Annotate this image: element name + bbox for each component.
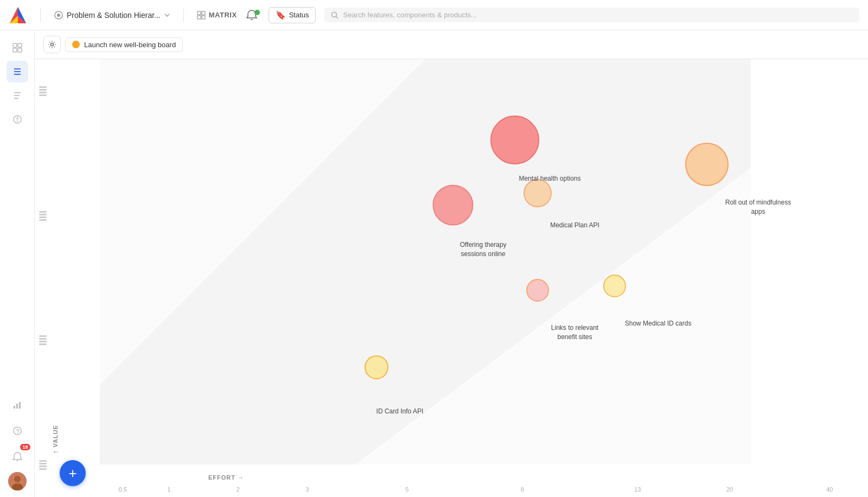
chart-area: ↑ VALUE EFFORT → 0.512358132040 Mental h… [35, 59, 868, 497]
nav-separator [40, 9, 41, 22]
left-sidebar: ? 18 [0, 30, 35, 497]
app-logo [9, 6, 27, 24]
svg-point-34 [51, 43, 54, 46]
svg-rect-12 [13, 43, 17, 47]
nav-separator-2 [183, 9, 184, 22]
svg-rect-5 [197, 11, 201, 15]
add-button[interactable]: + [60, 460, 86, 486]
sidebar-item-compass[interactable] [7, 109, 28, 130]
y-tick [39, 343, 47, 345]
y-tick [39, 92, 47, 93]
search-bar[interactable]: Search features, components & products..… [324, 8, 859, 22]
x-tick-40: 40 [826, 486, 833, 493]
svg-rect-26 [16, 404, 18, 409]
initiative-label: Launch new well-being board [84, 41, 176, 49]
svg-rect-15 [18, 48, 22, 52]
bubble-id-card-api[interactable] [365, 355, 388, 379]
svg-rect-8 [202, 16, 205, 19]
y-tick [39, 460, 47, 462]
y-tick [39, 341, 47, 342]
x-tick-container: 0.512358132040 [100, 464, 868, 497]
x-tick-13: 13 [634, 486, 641, 493]
y-axis-arrow: ↑ [51, 449, 60, 454]
x-axis: EFFORT → 0.512358132040 [100, 464, 868, 497]
x-tick-2: 2 [237, 486, 240, 493]
sidebar-item-roadmap[interactable] [7, 85, 28, 106]
svg-rect-25 [14, 406, 15, 409]
bubble-medical-id[interactable] [603, 275, 626, 297]
svg-marker-23 [16, 116, 18, 119]
svg-point-10 [332, 12, 337, 17]
project-icon [54, 10, 63, 20]
initiative-dot [72, 41, 80, 48]
y-tick-group [39, 460, 47, 470]
status-label: Status [289, 11, 309, 19]
y-tick [39, 94, 47, 96]
notification-badge: 18 [20, 444, 30, 450]
svg-line-11 [336, 16, 339, 18]
bubble-benefit-sites[interactable] [526, 279, 549, 302]
bubble-mental-health[interactable] [490, 116, 539, 164]
y-axis-panel: ↑ VALUE [35, 59, 100, 497]
x-tick-1: 1 [167, 486, 170, 493]
initiative-button[interactable]: Launch new well-being board [65, 37, 183, 52]
search-placeholder: Search features, components & products..… [343, 11, 476, 19]
boards-icon [12, 42, 23, 53]
x-tick-0.5: 0.5 [119, 486, 127, 493]
matrix-label: MATRIX [209, 11, 237, 19]
help-icon: ? [12, 425, 23, 436]
y-tick [39, 89, 47, 91]
user-avatar[interactable] [8, 472, 27, 490]
notification-dot [254, 10, 260, 15]
toolbar: Launch new well-being board [35, 30, 868, 59]
project-selector[interactable]: Problem & Solution Hierar... [54, 10, 170, 20]
y-tick [39, 338, 47, 340]
analytics-icon [12, 399, 23, 410]
settings-button[interactable] [43, 36, 61, 53]
plus-icon: + [68, 466, 76, 480]
sidebar-item-boards[interactable] [7, 37, 28, 59]
y-tick-group [39, 86, 47, 96]
bubble-mindfulness[interactable] [685, 143, 729, 186]
sidebar-item-list[interactable] [7, 61, 28, 82]
avatar-image [8, 472, 27, 490]
gear-icon [48, 40, 56, 49]
y-tick-group [39, 211, 47, 221]
y-tick [39, 468, 47, 470]
main-content: Launch new well-being board [35, 30, 868, 497]
roadmap-icon [12, 90, 23, 101]
matrix-nav[interactable]: MATRIX [197, 11, 237, 20]
bubble-medical-plan-api[interactable] [524, 179, 552, 207]
y-axis-label: VALUE [52, 425, 59, 447]
search-icon [331, 11, 339, 19]
svg-point-4 [57, 14, 60, 17]
compass-icon [12, 114, 23, 125]
y-tick [39, 335, 47, 337]
bubbles-container [100, 59, 868, 464]
svg-rect-27 [19, 402, 21, 409]
sidebar-item-notifications[interactable]: 18 [7, 446, 28, 468]
notification-bell-icon [12, 451, 23, 462]
y-tick [39, 86, 47, 88]
x-tick-3: 3 [305, 486, 309, 493]
svg-point-32 [14, 476, 21, 482]
notification-area[interactable] [246, 9, 260, 21]
svg-rect-7 [197, 16, 201, 19]
bubble-therapy[interactable] [433, 184, 474, 225]
sidebar-item-analytics[interactable] [7, 394, 28, 416]
y-tick [39, 211, 47, 213]
bookmark-icon: 🔖 [276, 10, 286, 20]
svg-marker-24 [16, 119, 18, 123]
svg-rect-6 [202, 11, 205, 15]
list-icon [12, 66, 23, 77]
x-tick-20: 20 [726, 486, 733, 493]
chevron-down-icon [164, 12, 170, 18]
y-tick [39, 463, 47, 464]
project-name: Problem & Solution Hierar... [67, 11, 161, 20]
x-tick-8: 8 [521, 486, 524, 493]
y-tick [39, 466, 47, 467]
status-button[interactable]: 🔖 Status [269, 7, 316, 23]
sidebar-item-help[interactable]: ? [7, 420, 28, 442]
x-tick-5: 5 [405, 486, 409, 493]
svg-rect-13 [18, 43, 22, 47]
